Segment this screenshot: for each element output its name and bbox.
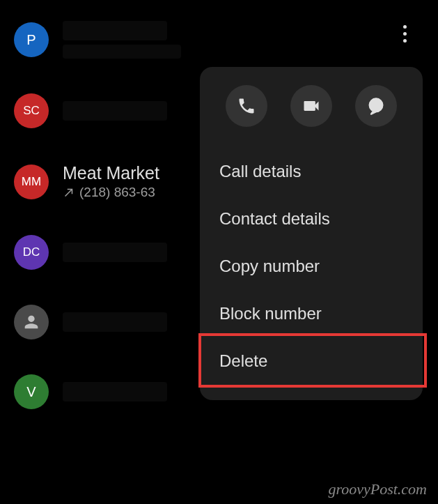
- call-number-row: (218) 863-63: [63, 185, 159, 200]
- call-details: Meat Market (218) 863-63: [63, 163, 159, 200]
- watermark: groovyPost.com: [328, 480, 427, 498]
- avatar: MM: [14, 165, 49, 199]
- message-button[interactable]: [355, 85, 397, 127]
- menu-items-list: Call details Contact details Copy number…: [214, 148, 409, 385]
- context-menu: Call details Contact details Copy number…: [200, 67, 423, 400]
- svg-point-0: [370, 99, 383, 112]
- call-item[interactable]: P: [14, 21, 424, 59]
- avatar: [14, 305, 49, 339]
- call-details: [63, 101, 167, 121]
- video-call-button[interactable]: [290, 85, 332, 127]
- call-details: [63, 21, 181, 59]
- phone-number: (218) 863-63: [79, 185, 155, 200]
- menu-item-copy-number[interactable]: Copy number: [214, 243, 409, 290]
- video-icon: [302, 96, 321, 116]
- menu-item-delete[interactable]: Delete: [214, 337, 409, 385]
- person-icon: [22, 312, 41, 332]
- avatar: DC: [14, 235, 49, 270]
- avatar: V: [14, 374, 49, 409]
- menu-item-contact-details[interactable]: Contact details: [214, 195, 409, 243]
- phone-icon: [237, 96, 256, 116]
- outgoing-call-icon: [63, 186, 75, 199]
- contact-name: Meat Market: [63, 163, 159, 183]
- quick-actions-row: [214, 85, 409, 127]
- menu-item-call-details[interactable]: Call details: [214, 148, 409, 195]
- call-details: [63, 312, 167, 332]
- avatar: SC: [14, 93, 49, 128]
- avatar: P: [14, 22, 49, 57]
- call-details: [63, 382, 167, 402]
- call-button[interactable]: [226, 85, 267, 127]
- message-icon: [366, 96, 386, 116]
- menu-item-block-number[interactable]: Block number: [214, 290, 409, 337]
- more-vertical-icon: [403, 25, 407, 43]
- call-details: [63, 243, 167, 262]
- more-options-button[interactable]: [391, 20, 419, 47]
